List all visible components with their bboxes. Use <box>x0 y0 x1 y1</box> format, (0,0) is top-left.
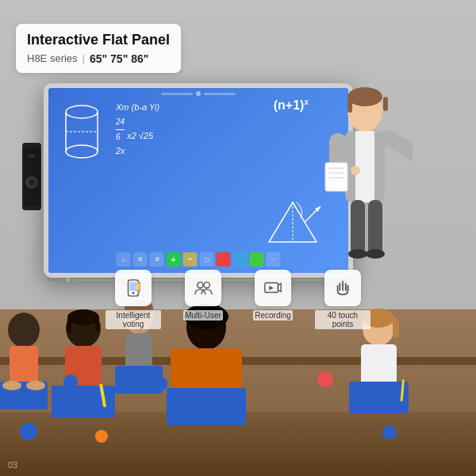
series-label: H8E series <box>27 52 78 64</box>
svg-point-24 <box>348 249 367 259</box>
intelligent-voting-icon-box <box>115 270 152 306</box>
product-title: Interactive Flat Panel <box>27 32 170 49</box>
main-container: Interactive Flat Panel H8E series | 65" … <box>0 0 476 476</box>
toolbar-color2[interactable] <box>233 252 248 267</box>
svg-rect-48 <box>67 317 71 333</box>
ifp-screen: Xm (b-a Yi) 24 6 x2 √25 2x (n+1)x <box>48 88 348 273</box>
svg-rect-31 <box>129 282 136 291</box>
svg-rect-60 <box>167 388 246 425</box>
desk-sticker-3 <box>317 371 333 387</box>
toolbar-add[interactable]: + <box>167 252 181 267</box>
formula-2x: 2x <box>116 144 159 159</box>
recording-label: Recording <box>253 310 293 321</box>
svg-rect-49 <box>95 317 99 332</box>
svg-rect-26 <box>325 163 347 191</box>
svg-point-21 <box>351 166 360 175</box>
toolbar-color1[interactable] <box>217 252 231 267</box>
info-card: Interactive Flat Panel H8E series | 65" … <box>16 24 181 73</box>
svg-rect-51 <box>52 386 115 417</box>
multi-user-label: Multi-User <box>183 310 223 321</box>
speaker-icon <box>22 143 41 210</box>
feature-intelligent-voting: Intelligent voting <box>106 270 161 329</box>
feature-recording: Recording <box>245 270 301 329</box>
svg-rect-16 <box>383 97 388 111</box>
svg-rect-63 <box>393 318 399 338</box>
toolbar-color3[interactable] <box>250 252 264 267</box>
formula-xm: Xm (b-a Yi) <box>116 100 159 115</box>
toolbar-pen[interactable]: ✏ <box>183 252 198 267</box>
svg-rect-55 <box>125 333 152 369</box>
svg-rect-18 <box>355 131 374 202</box>
svg-marker-38 <box>278 283 281 291</box>
recording-icon <box>263 278 282 298</box>
svg-point-5 <box>66 145 98 158</box>
teacher-figure <box>309 79 413 301</box>
touch-points-icon-box <box>324 270 361 306</box>
formula-area: Xm (b-a Yi) 24 6 x2 √25 2x <box>116 100 159 158</box>
desk-sticker-6 <box>382 425 397 440</box>
touch-points-icon <box>333 278 352 298</box>
svg-point-4 <box>66 106 98 118</box>
product-subtitle: H8E series | 65" 75" 86" <box>27 52 170 65</box>
svg-rect-3 <box>29 155 35 158</box>
toolbar-home[interactable]: ⌂ <box>117 252 131 267</box>
feature-touch-points: 40 touch points <box>315 270 370 329</box>
svg-rect-22 <box>351 200 365 255</box>
svg-point-44 <box>2 381 21 390</box>
page-number: 03 <box>8 460 17 470</box>
side-speaker <box>22 143 41 210</box>
svg-point-45 <box>26 381 45 390</box>
svg-point-41 <box>8 313 40 347</box>
svg-point-25 <box>366 249 385 259</box>
toolbar-more[interactable]: ⋯ <box>267 252 281 267</box>
feature-multi-user: Multi-User <box>175 270 231 329</box>
desk-sticker-5 <box>95 430 108 443</box>
svg-rect-42 <box>10 346 38 386</box>
sizes-label: 65" 75" 86" <box>90 52 148 65</box>
svg-marker-37 <box>269 286 274 290</box>
svg-point-2 <box>29 180 34 185</box>
svg-point-14 <box>347 87 382 106</box>
svg-point-47 <box>67 309 99 325</box>
features-row: Intelligent voting Multi-User <box>106 270 370 329</box>
multi-user-icon-box <box>185 270 221 306</box>
intelligent-voting-label: Intelligent voting <box>106 310 161 329</box>
ifp-display: Xm (b-a Yi) 24 6 x2 √25 2x (n+1)x <box>44 83 353 278</box>
touch-points-label: 40 touch points <box>315 310 370 329</box>
students-area: 03 <box>0 317 476 476</box>
svg-point-35 <box>204 282 209 288</box>
svg-rect-15 <box>347 97 352 113</box>
multi-user-icon <box>194 278 213 298</box>
svg-rect-65 <box>349 382 409 413</box>
toolbar-eraser[interactable]: ◻ <box>200 252 214 267</box>
formula-fraction: 24 6 x2 √25 <box>116 115 159 144</box>
toolbar-settings[interactable]: ⚙ <box>150 252 164 267</box>
desk-sticker-4 <box>20 423 37 440</box>
intelligent-voting-icon <box>124 278 143 298</box>
desk-sticker-2 <box>155 378 167 390</box>
svg-rect-64 <box>361 344 397 388</box>
divider: | <box>83 52 85 64</box>
cylinder-drawing <box>56 96 108 171</box>
screen-toolbar: ⌂ ⊞ ⚙ + ✏ ◻ <box>117 252 281 267</box>
toolbar-apps[interactable]: ⊞ <box>133 252 148 267</box>
recording-icon-box <box>255 270 291 306</box>
svg-rect-23 <box>368 200 382 255</box>
svg-point-34 <box>198 282 203 288</box>
svg-point-32 <box>132 292 135 294</box>
formula-exponent: (n+1)x <box>274 98 309 113</box>
desk-sticker-1 <box>63 374 78 389</box>
